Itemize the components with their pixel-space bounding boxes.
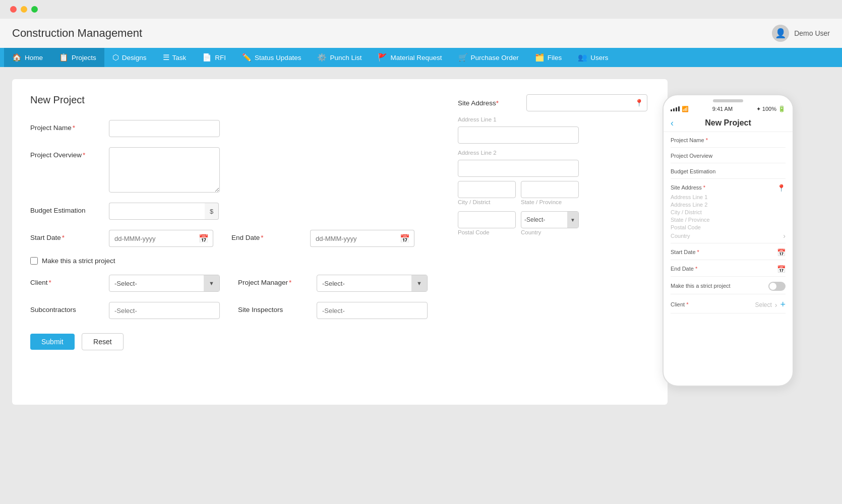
site-address-input-wrapper: 📍	[526, 94, 647, 111]
site-address-input[interactable]	[526, 94, 647, 111]
nav-item-status-updates[interactable]: ✏️ Status Updates	[234, 48, 309, 67]
nav-label-home: Home	[25, 54, 43, 61]
mobile-country: Country	[671, 233, 690, 239]
mobile-form: Project Name * Project Overview Budget E…	[664, 132, 793, 382]
client-select[interactable]: -Select-	[109, 277, 204, 290]
minimize-button[interactable]	[21, 6, 27, 13]
dates-row: Start Date* 📅 End Date* 📅	[30, 230, 428, 247]
postal-country-row: Postal Code -Select- ▼ Country	[458, 211, 647, 237]
strict-project-checkbox[interactable]	[30, 257, 38, 265]
project-name-input[interactable]	[109, 120, 220, 137]
address-line1-input[interactable]	[458, 127, 579, 144]
form-card: New Project Project Name* Project Overvi…	[12, 79, 668, 405]
project-manager-label: Project Manager*	[238, 275, 309, 286]
title-bar	[0, 0, 842, 19]
project-manager-select-arrow[interactable]: ▼	[411, 275, 427, 291]
nav-label-status-updates: Status Updates	[255, 54, 301, 61]
nav-item-task[interactable]: ☰ Task	[155, 48, 195, 67]
mobile-client-chevron: ›	[775, 301, 777, 309]
nav-item-home[interactable]: 🏠 Home	[4, 48, 51, 67]
purchase-order-icon: 🛒	[458, 53, 468, 62]
mobile-field-strict-project: Make this a strict project	[671, 277, 786, 294]
strict-project-label: Make this a strict project	[42, 257, 115, 265]
site-inspectors-input[interactable]	[317, 302, 428, 319]
form-actions: Submit Reset	[30, 333, 428, 350]
mobile-end-date-icon[interactable]: 📅	[777, 265, 786, 273]
nav-label-purchase-order: Purchase Order	[471, 54, 519, 61]
user-name: Demo User	[794, 29, 830, 37]
nav-item-users[interactable]: 👥 Users	[570, 48, 616, 67]
nav-item-files[interactable]: 🗂️ Files	[527, 48, 570, 67]
budget-estimation-row: Budget Estimation $	[30, 203, 428, 220]
mobile-wifi-icon: 📶	[682, 106, 689, 112]
nav-item-material-request[interactable]: 🚩 Material Request	[370, 48, 450, 67]
mobile-strict-toggle[interactable]	[768, 282, 786, 291]
dollar-sign: $	[205, 203, 219, 220]
budget-estimation-input[interactable]	[109, 203, 205, 220]
start-date-group: 📅	[109, 230, 213, 247]
mobile-client-plus-icon[interactable]: +	[780, 299, 786, 310]
address-line2-input[interactable]	[458, 160, 579, 177]
maximize-button[interactable]	[31, 6, 38, 13]
app-title: Construction Management	[12, 27, 142, 40]
nav-item-punch-list[interactable]: ⚙️ Punch List	[309, 48, 370, 67]
sub-inspectors-row: Subcontractors Site Inspectors	[30, 302, 428, 319]
country-chevron-icon: ›	[783, 232, 786, 240]
mobile-start-date-icon[interactable]: 📅	[777, 248, 786, 257]
end-date-group: 📅	[310, 230, 414, 247]
city-state-row: City / District State / Province	[458, 181, 647, 207]
designs-icon: ⬡	[112, 53, 119, 62]
subcontractors-input[interactable]	[109, 302, 220, 319]
nav-item-purchase-order[interactable]: 🛒 Purchase Order	[450, 48, 527, 67]
country-select-group: -Select- ▼	[521, 211, 579, 228]
client-label: Client*	[30, 275, 101, 286]
project-manager-select[interactable]: -Select-	[317, 277, 411, 290]
start-date-input[interactable]	[109, 230, 195, 247]
status-updates-icon: ✏️	[242, 53, 252, 62]
mobile-state: State / Province	[671, 217, 786, 223]
mobile-address-line2: Address Line 2	[671, 202, 786, 208]
user-info: 👤 Demo User	[772, 25, 830, 42]
start-date-calendar-icon[interactable]: 📅	[195, 230, 213, 247]
mobile-back-button[interactable]: ‹	[671, 118, 674, 129]
country-select[interactable]: -Select-	[521, 214, 567, 225]
end-date-calendar-icon[interactable]: 📅	[396, 230, 414, 247]
mobile-city: City / District	[671, 209, 786, 215]
client-select-group: -Select- ▼	[109, 275, 220, 292]
nav-item-designs[interactable]: ⬡ Designs	[104, 48, 155, 67]
city-input[interactable]	[458, 181, 516, 198]
signal-bars	[671, 106, 680, 111]
country-col: -Select- ▼ Country	[521, 211, 579, 237]
client-select-arrow[interactable]: ▼	[204, 275, 219, 291]
country-label: Country	[521, 229, 579, 235]
postal-col: Postal Code	[458, 211, 516, 237]
mobile-time: 9:41 AM	[712, 106, 733, 112]
form-section: New Project Project Name* Project Overvi…	[30, 94, 428, 387]
mobile-preview: 📶 9:41 AM ✦ 100% 🔋 ‹ New Project Project…	[663, 94, 794, 387]
avatar: 👤	[772, 25, 789, 42]
postal-input[interactable]	[458, 211, 516, 228]
close-button[interactable]	[10, 6, 17, 13]
address-sub-inputs: Address Line 1 Address Line 2 City / Dis…	[458, 115, 647, 237]
nav-bar: 🏠 Home 📋 Projects ⬡ Designs ☰ Task 📄 RFI…	[0, 48, 842, 67]
reset-button[interactable]: Reset	[82, 333, 124, 350]
nav-label-material-request: Material Request	[390, 54, 442, 61]
nav-label-files: Files	[548, 54, 562, 61]
postal-label: Postal Code	[458, 229, 516, 235]
mobile-signal: 📶	[671, 106, 689, 112]
end-date-input[interactable]	[310, 230, 396, 247]
nav-item-projects[interactable]: 📋 Projects	[51, 48, 104, 67]
country-select-arrow[interactable]: ▼	[567, 212, 578, 228]
subcontractors-label: Subcontractors	[30, 302, 101, 313]
files-icon: 🗂️	[535, 53, 545, 62]
project-overview-input[interactable]	[109, 147, 220, 193]
nav-item-rfi[interactable]: 📄 RFI	[194, 48, 234, 67]
client-pm-row: Client* -Select- ▼ Project Manager* -Sel…	[30, 275, 428, 292]
state-input[interactable]	[521, 181, 579, 198]
nav-label-users: Users	[590, 54, 608, 61]
address-section: Site Address* 📍 Address Line 1 Address L…	[458, 94, 647, 387]
state-col: State / Province	[521, 181, 579, 207]
projects-icon: 📋	[59, 53, 69, 62]
location-pin-icon: 📍	[635, 99, 643, 107]
submit-button[interactable]: Submit	[30, 334, 75, 350]
